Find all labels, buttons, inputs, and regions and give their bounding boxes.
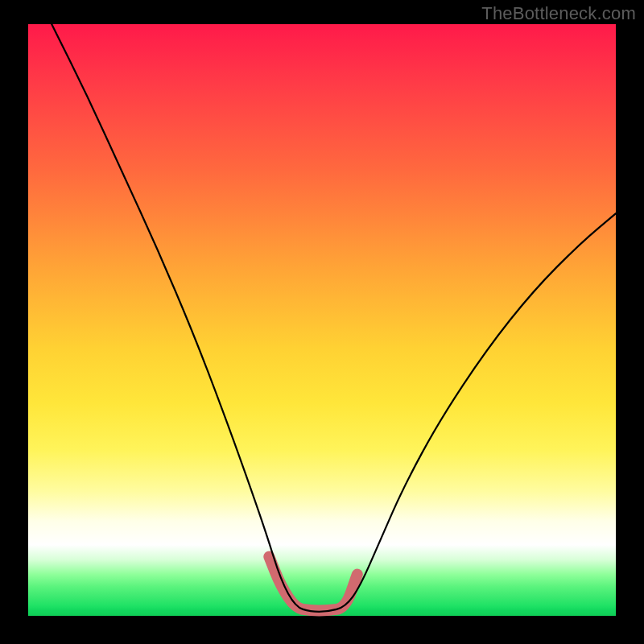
bottleneck-curve-path	[52, 24, 616, 612]
chart-frame: TheBottleneck.com	[0, 0, 644, 644]
curve-layer	[28, 24, 616, 616]
branding-watermark: TheBottleneck.com	[481, 3, 636, 24]
plot-area	[28, 24, 616, 616]
